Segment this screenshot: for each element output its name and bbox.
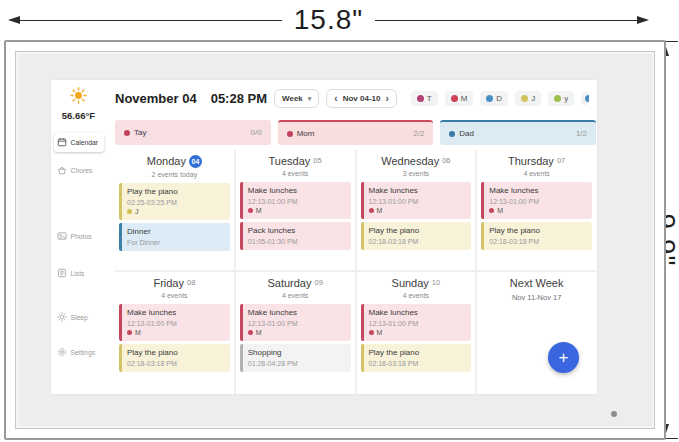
sidebar: 56.66°F Calendar Chores Ph xyxy=(51,80,106,394)
week-range: Nov 04-10 xyxy=(343,94,381,103)
filter-count: 2/2 xyxy=(413,129,424,138)
week-grid: Monday04 2 events today Play the piano 0… xyxy=(115,150,596,394)
filter-count: 0/0 xyxy=(251,128,262,137)
app-header: November 04 05:28 PM Week ▾ ‹ Nov 04-10 … xyxy=(106,80,597,117)
event-card[interactable]: Make lunches 12:13-01:00 PM M xyxy=(361,182,472,219)
view-selector[interactable]: Week ▾ xyxy=(274,89,319,108)
member-chip[interactable]: J xyxy=(515,91,541,106)
filter-row: Tay 0/0 Mom 2/2 Dad 1/2 xyxy=(115,120,596,145)
member-dot xyxy=(585,95,589,102)
day-cell-monday[interactable]: Monday04 2 events today Play the piano 0… xyxy=(115,150,234,270)
event-card[interactable]: Play the piano 02:18-03:18 PM xyxy=(361,222,472,250)
member-dot xyxy=(521,95,528,102)
photos-icon xyxy=(57,231,67,242)
day-cell-friday[interactable]: Friday08 4 events Make lunches 12:13-01:… xyxy=(115,272,234,394)
filter-chip-mom[interactable]: Mom 2/2 xyxy=(278,120,434,145)
day-summary: 2 events today xyxy=(117,171,232,178)
product-image: 15.8" 9.9" 56.66°F xyxy=(0,0,679,442)
filter-dot xyxy=(449,131,455,137)
event-card[interactable]: Pack lunches 01:05-01:30 PM xyxy=(240,222,351,250)
filter-dot xyxy=(124,130,130,136)
chevron-left-icon[interactable]: ‹ xyxy=(334,96,337,102)
day-cell-tuesday[interactable]: Tuesday05 4 events Make lunches 12:13-01… xyxy=(236,150,355,270)
day-number: 08 xyxy=(187,278,195,287)
member-dot xyxy=(127,209,132,214)
lists-icon xyxy=(57,268,67,279)
day-cell-saturday[interactable]: Saturday09 4 events Make lunches 12:13-0… xyxy=(236,272,355,394)
day-number: 09 xyxy=(314,278,322,287)
chevron-right-icon[interactable]: › xyxy=(385,96,388,102)
gear-icon xyxy=(57,347,67,358)
member-dot xyxy=(451,95,458,102)
member-dot xyxy=(369,330,374,335)
member-dot xyxy=(248,330,253,335)
week-navigator: ‹ Nov 04-10 › xyxy=(326,89,396,108)
event-card[interactable]: Play the piano 02:25-03:25 PM J xyxy=(119,183,230,220)
filter-count: 1/2 xyxy=(576,129,587,138)
weather-widget: 56.66°F xyxy=(62,87,95,121)
day-number: 10 xyxy=(432,278,440,287)
light-sensor-dot xyxy=(611,411,617,417)
day-number: 07 xyxy=(557,156,565,165)
sidebar-item-photos[interactable]: Photos xyxy=(54,227,104,246)
sidebar-nav: Calendar Chores Photos Lists xyxy=(51,133,106,362)
temperature: 56.66°F xyxy=(62,110,95,121)
day-cell-next-week[interactable]: Next Week Nov 11-Nov 17 xyxy=(477,272,596,394)
add-event-button[interactable]: + xyxy=(548,342,579,373)
day-name: Wednesday xyxy=(381,155,439,167)
day-cell-sunday[interactable]: Sunday10 4 events Make lunches 12:13-01:… xyxy=(357,272,476,394)
day-name: Thursday xyxy=(508,155,554,167)
calendar-app: 56.66°F Calendar Chores Ph xyxy=(51,80,597,394)
day-summary: 4 events xyxy=(359,292,474,299)
arrow-right-icon xyxy=(637,16,649,24)
event-card[interactable]: Play the piano 02:18-03:18 PM xyxy=(361,344,472,372)
member-dot xyxy=(554,95,561,102)
today-badge: 04 xyxy=(189,155,202,168)
member-chip[interactable]: D xyxy=(480,91,508,106)
event-card[interactable]: Shopping 01:28-04:28 PM xyxy=(240,344,351,372)
sidebar-item-sleep[interactable]: Sleep xyxy=(54,308,104,327)
event-card[interactable]: Make lunches 12:13-01:00 PM M xyxy=(240,304,351,341)
device-frame: 56.66°F Calendar Chores Ph xyxy=(4,40,666,440)
member-chip-clipped[interactable] xyxy=(581,92,589,105)
day-name: Friday xyxy=(153,277,184,289)
member-dot xyxy=(248,208,253,213)
sidebar-item-settings[interactable]: Settings xyxy=(54,343,104,362)
day-summary: 3 events xyxy=(359,170,474,177)
member-dot xyxy=(417,95,424,102)
sidebar-item-calendar[interactable]: Calendar xyxy=(54,133,104,152)
day-name: Tuesday xyxy=(269,155,311,167)
event-card[interactable]: Play the piano 02:18-03:18 PM xyxy=(119,344,230,372)
day-summary: 4 events xyxy=(238,292,353,299)
member-chip[interactable]: y xyxy=(548,91,574,106)
filter-chip-dad[interactable]: Dad 1/2 xyxy=(440,120,596,145)
event-card[interactable]: Play the piano 02:18-03:18 PM xyxy=(481,222,592,250)
width-label: 15.8" xyxy=(294,4,363,36)
day-summary: 4 events xyxy=(238,170,353,177)
day-cell-thursday[interactable]: Thursday07 4 events Make lunches 12:13-0… xyxy=(477,150,596,270)
event-card[interactable]: Dinner For Dinner xyxy=(119,223,230,251)
event-card[interactable]: Make lunches 12:13-01:00 PM M xyxy=(119,304,230,341)
sun-icon xyxy=(70,90,87,107)
day-name: Saturday xyxy=(267,277,311,289)
filter-chip-tay[interactable]: Tay 0/0 xyxy=(115,120,271,145)
event-card[interactable]: Make lunches 12:13-01:00 PM M xyxy=(240,182,351,219)
member-dot xyxy=(369,208,374,213)
day-name: Next Week xyxy=(510,277,564,289)
event-card[interactable]: Make lunches 12:13-01:00 PM M xyxy=(361,304,472,341)
current-time: 05:28 PM xyxy=(211,91,267,106)
day-name: Sunday xyxy=(392,277,429,289)
event-card[interactable]: Make lunches 12:13-01:00 PM M xyxy=(481,182,592,219)
day-cell-wednesday[interactable]: Wednesday06 3 events Make lunches 12:13-… xyxy=(357,150,476,270)
filter-dot xyxy=(287,131,293,137)
device-screen: 56.66°F Calendar Chores Ph xyxy=(15,51,655,429)
member-chip[interactable]: T xyxy=(411,91,438,106)
chores-icon xyxy=(57,165,67,176)
sidebar-item-lists[interactable]: Lists xyxy=(54,264,104,283)
day-name: Monday xyxy=(147,155,186,167)
member-chip[interactable]: M xyxy=(445,91,474,106)
sidebar-item-chores[interactable]: Chores xyxy=(54,161,104,180)
width-dimension: 15.8" xyxy=(8,2,649,38)
day-number: 05 xyxy=(313,156,321,165)
sleep-icon xyxy=(57,312,67,323)
